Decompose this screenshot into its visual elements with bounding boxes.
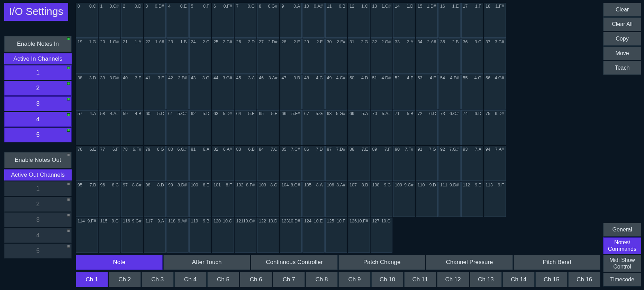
mode-tab[interactable]: General [603, 223, 641, 237]
channel-tab[interactable]: Ch 5 [207, 272, 239, 287]
message-type-tab[interactable]: After Touch [163, 255, 250, 270]
note-cell[interactable]: 776.F [99, 146, 121, 181]
note-cell[interactable]: 1078.B [348, 182, 370, 217]
message-type-tab[interactable]: Note [76, 255, 163, 270]
channel-tab[interactable]: Ch 6 [240, 272, 272, 287]
note-cell[interactable]: 675.G [302, 110, 325, 145]
note-cell[interactable]: 70.G [235, 3, 257, 38]
channel-tab[interactable]: Ch 11 [404, 272, 436, 287]
note-cell[interactable]: 1008.E [189, 182, 211, 217]
note-cell[interactable]: 615.C# [166, 110, 189, 145]
note-cell[interactable]: 594.B [121, 110, 143, 145]
note-cell[interactable]: 1099.C# [393, 182, 415, 217]
note-cell[interactable]: 393.D# [99, 74, 121, 109]
note-cell[interactable]: 1129.E [461, 182, 483, 217]
note-cell[interactable]: 726.C [416, 110, 438, 145]
note-cell[interactable]: 1169.G# [121, 218, 143, 253]
channel-tab[interactable]: Ch 7 [273, 272, 305, 287]
note-cell[interactable]: 857.C# [280, 146, 302, 181]
channel-tab[interactable]: Ch 10 [371, 272, 403, 287]
note-cell[interactable]: 171.F [461, 3, 483, 38]
note-cell[interactable]: 806.G# [166, 146, 189, 181]
note-cell[interactable]: 00.C [76, 3, 98, 38]
note-cell[interactable]: 211.A [121, 38, 143, 73]
note-cell[interactable]: 635.D# [212, 110, 234, 145]
note-cell[interactable]: 80.G# [257, 3, 279, 38]
note-cell[interactable]: 12210.D [257, 218, 279, 253]
note-cell[interactable]: 1159.G [99, 218, 121, 253]
in-channel-button[interactable]: 3 [4, 96, 72, 111]
note-cell[interactable]: 796.G [144, 146, 166, 181]
note-cell[interactable]: 40.E [166, 3, 189, 38]
note-cell[interactable]: 12010.C [212, 218, 234, 253]
channel-tab[interactable]: Ch 8 [306, 272, 338, 287]
channel-tab[interactable]: Ch 15 [535, 272, 568, 287]
note-cell[interactable]: 514.D# [371, 74, 393, 109]
note-cell[interactable]: 423.F# [166, 74, 189, 109]
note-cell[interactable]: 584.A# [99, 110, 121, 145]
note-cell[interactable]: 574.A [76, 110, 98, 145]
note-cell[interactable]: 877.D# [325, 146, 347, 181]
message-type-tab[interactable]: Patch Change [338, 255, 425, 270]
note-cell[interactable]: 12110.C# [235, 218, 257, 253]
note-cell[interactable]: 998.D# [166, 182, 189, 217]
note-cell[interactable]: 705.A# [371, 110, 393, 145]
note-cell[interactable]: 50.F [189, 3, 211, 38]
note-cell[interactable]: 1109.D [416, 182, 438, 217]
note-cell[interactable]: 1189.A# [166, 218, 189, 253]
note-cell[interactable]: 463.A# [257, 74, 279, 109]
note-cell[interactable]: 685.G# [325, 110, 347, 145]
note-cell[interactable]: 302.F# [325, 38, 347, 73]
note-cell[interactable]: 312.G [348, 38, 370, 73]
note-cell[interactable]: 121.C [348, 3, 370, 38]
note-cell[interactable]: 1089.C [371, 182, 393, 217]
note-cell[interactable]: 968.C [99, 182, 121, 217]
note-cell[interactable]: 1058.A [302, 182, 325, 217]
note-cell[interactable]: 1018.F [212, 182, 234, 217]
note-cell[interactable]: 826.A# [212, 146, 234, 181]
note-cell[interactable]: 746.D [461, 110, 483, 145]
note-cell[interactable]: 60.F# [212, 3, 234, 38]
note-cell[interactable]: 736.C# [438, 110, 461, 145]
note-cell[interactable]: 816.A [189, 146, 211, 181]
note-cell[interactable]: 12710.G [371, 218, 393, 253]
note-cell[interactable]: 927.G# [438, 146, 461, 181]
message-type-tab[interactable]: Channel Pressure [426, 255, 513, 270]
note-cell[interactable]: 110.B [325, 3, 347, 38]
note-cell[interactable]: 322.G# [371, 38, 393, 73]
note-cell[interactable]: 90.A [280, 3, 302, 38]
note-cell[interactable]: 363.C [461, 38, 483, 73]
note-cell[interactable]: 191.G [76, 38, 98, 73]
note-cell[interactable]: 1149.F# [76, 218, 98, 253]
in-channel-button[interactable]: 4 [4, 112, 72, 127]
note-cell[interactable]: 1068.A# [325, 182, 347, 217]
note-cell[interactable]: 30.D# [144, 3, 166, 38]
note-cell[interactable]: 242.C [189, 38, 211, 73]
out-channel-button[interactable]: 4 [4, 228, 72, 243]
note-cell[interactable]: 847.C [257, 146, 279, 181]
note-cell[interactable]: 625.D [189, 110, 211, 145]
enable-notes-in-button[interactable]: Enable Notes In [4, 36, 72, 52]
note-cell[interactable]: 352.B [438, 38, 461, 73]
out-channel-button[interactable]: 3 [4, 212, 72, 227]
note-cell[interactable]: 887.E [348, 146, 370, 181]
note-cell[interactable]: 12510.F [325, 218, 347, 253]
note-cell[interactable]: 766.E [76, 146, 98, 181]
note-cell[interactable]: 897.F [371, 146, 393, 181]
note-cell[interactable]: 937.A [461, 146, 483, 181]
note-cell[interactable]: 544.F# [438, 74, 461, 109]
note-cell[interactable]: 554.G [461, 74, 483, 109]
note-cell[interactable]: 1199.B [189, 218, 211, 253]
channel-tab[interactable]: Ch 9 [338, 272, 371, 287]
channel-tab[interactable]: Ch 3 [142, 272, 174, 287]
note-cell[interactable]: 342.A# [416, 38, 438, 73]
note-cell[interactable]: 988.D [144, 182, 166, 217]
note-cell[interactable]: 12410.E [302, 218, 325, 253]
channel-tab[interactable]: Ch 12 [437, 272, 469, 287]
note-cell[interactable]: 534.F [416, 74, 438, 109]
note-cell[interactable]: 413.F [144, 74, 166, 109]
note-cell[interactable]: 453.A [235, 74, 257, 109]
note-cell[interactable]: 403.E [121, 74, 143, 109]
note-cell[interactable]: 1139.F [484, 182, 506, 217]
note-cell[interactable]: 20.D [121, 3, 143, 38]
